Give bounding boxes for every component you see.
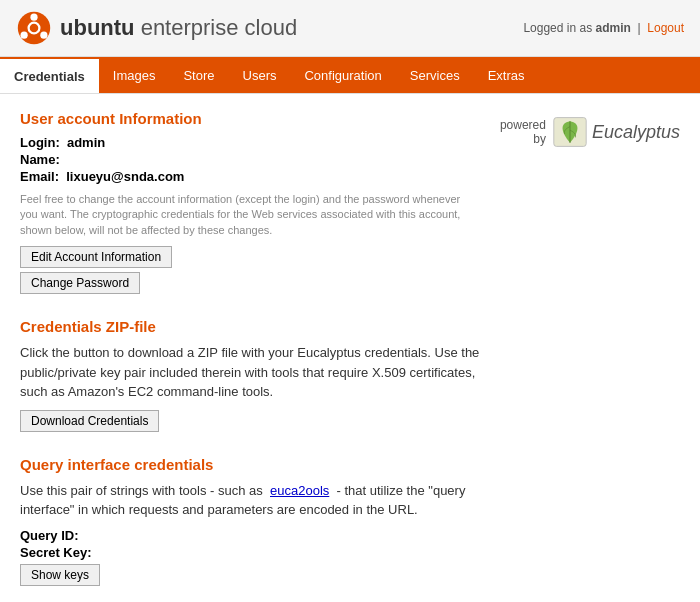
admin-username: admin <box>595 21 630 35</box>
account-info-text: Feel free to change the account informat… <box>20 192 480 238</box>
name-label: Name: <box>20 152 60 167</box>
eucalyptus-logo: Eucalyptus <box>552 114 680 150</box>
secret-key-row: Secret Key: <box>20 545 480 560</box>
nav-extras[interactable]: Extras <box>474 57 539 93</box>
eucalyptus-brand-name: Eucalyptus <box>592 122 680 143</box>
nav-services[interactable]: Services <box>396 57 474 93</box>
name-row: Name: <box>20 152 480 167</box>
query-id-label: Query ID: <box>20 528 79 543</box>
header-right: Logged in as admin | Logout <box>523 21 684 35</box>
main-nav: Credentials Images Store Users Configura… <box>0 57 700 93</box>
query-interface-title: Query interface credentials <box>20 456 480 473</box>
email-row: Email: lixueyu@snda.com <box>20 169 480 184</box>
main-column: User account Information Login: admin Na… <box>20 110 480 602</box>
svg-point-3 <box>40 32 47 39</box>
login-value: admin <box>67 135 105 150</box>
logo-area: ubuntu enterprise cloud <box>16 10 297 46</box>
header: ubuntu enterprise cloud Logged in as adm… <box>0 0 700 57</box>
show-keys-button[interactable]: Show keys <box>20 564 100 586</box>
side-column: powered by Eucalyptus <box>500 110 680 602</box>
credentials-zip-body: Click the button to download a ZIP file … <box>20 343 480 402</box>
query-id-row: Query ID: <box>20 528 480 543</box>
download-credentials-button[interactable]: Download Credentials <box>20 410 159 432</box>
credentials-zip-title: Credentials ZIP-file <box>20 318 480 335</box>
logo-text: ubuntu enterprise cloud <box>60 15 297 41</box>
email-label: Email: <box>20 169 59 184</box>
logout-link[interactable]: Logout <box>647 21 684 35</box>
euca2ools-link[interactable]: euca2ools <box>270 483 329 498</box>
secret-key-label: Secret Key: <box>20 545 92 560</box>
ubuntu-brand: ubuntu <box>60 15 135 40</box>
ubuntu-logo-icon <box>16 10 52 46</box>
svg-point-1 <box>30 14 37 21</box>
nav-users[interactable]: Users <box>229 57 291 93</box>
nav-configuration[interactable]: Configuration <box>290 57 395 93</box>
user-account-title: User account Information <box>20 110 480 127</box>
svg-point-2 <box>21 32 28 39</box>
login-row: Login: admin <box>20 135 480 150</box>
user-account-section: User account Information Login: admin Na… <box>20 110 480 294</box>
email-value: lixueyu@snda.com <box>66 169 184 184</box>
edit-account-button[interactable]: Edit Account Information <box>20 246 172 268</box>
query-interface-section: Query interface credentials Use this pai… <box>20 456 480 586</box>
logo-subtitle: enterprise cloud <box>135 15 298 40</box>
eucalyptus-leaf-icon <box>552 114 588 150</box>
login-label: Login: <box>20 135 60 150</box>
credentials-zip-section: Credentials ZIP-file Click the button to… <box>20 318 480 432</box>
pipe-separator: | <box>638 21 641 35</box>
powered-by-label: powered by <box>500 118 546 146</box>
content-area: User account Information Login: admin Na… <box>0 94 700 602</box>
nav-store[interactable]: Store <box>169 57 228 93</box>
query-interface-body: Use this pair of strings with tools - su… <box>20 481 480 520</box>
logged-in-text: Logged in as <box>523 21 592 35</box>
powered-by-area: powered by Eucalyptus <box>500 114 680 150</box>
query-body-text1: Use this pair of strings with tools - su… <box>20 483 263 498</box>
change-password-button[interactable]: Change Password <box>20 272 140 294</box>
nav-credentials[interactable]: Credentials <box>0 57 99 93</box>
nav-images[interactable]: Images <box>99 57 170 93</box>
